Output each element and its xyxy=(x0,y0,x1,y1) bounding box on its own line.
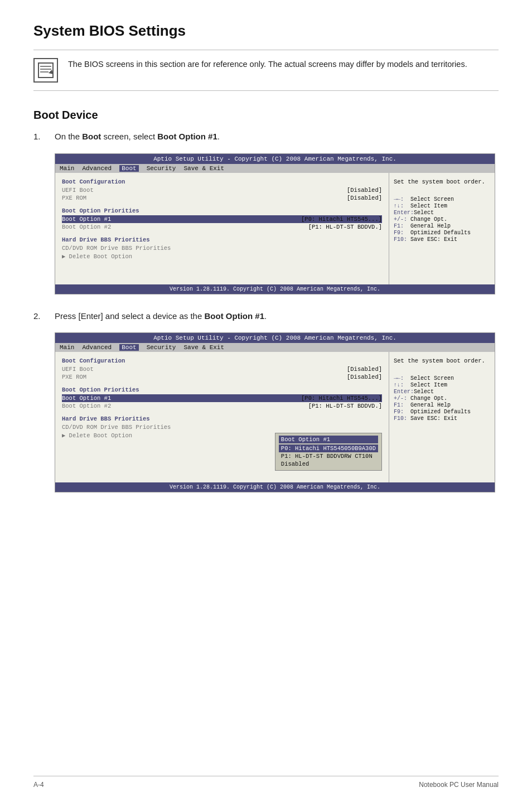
bios-group-label-priority-1: Boot Option Priorities xyxy=(62,207,382,214)
bios-sidebar-help-2: Set the system boot order. xyxy=(394,357,490,364)
bios-popup-item-0[interactable]: P0: Hitachi HTS545050B9A30D xyxy=(279,445,378,452)
bios-row-delete-2[interactable]: ▶ Delete Boot Option Boot Option #1 P0: … xyxy=(62,431,382,471)
bios-menu-advanced-1[interactable]: Advanced xyxy=(82,165,112,172)
bios-menu-boot-1[interactable]: Boot xyxy=(119,165,138,172)
bios-key-enter-1: Enter: Select xyxy=(394,210,490,216)
bios-body-1: Boot Configuration UEFI Boot [Disabled] … xyxy=(55,173,495,284)
bios-menu-save-2[interactable]: Save & Exit xyxy=(183,344,224,351)
bios-row-cdvd-2[interactable]: CD/DVD ROM Drive BBS Priorities xyxy=(62,423,382,431)
bios-row-boot-opt2-1[interactable]: Boot Option #2 [P1: HL-DT-ST BDDVD.] xyxy=(62,223,382,231)
bios-menu-boot-2[interactable]: Boot xyxy=(119,344,138,351)
bios-menu-main-1[interactable]: Main xyxy=(60,165,74,172)
note-text: The BIOS screens in this section are for… xyxy=(68,58,467,70)
bios-key-f10-1: F10: Save ESC: Exit xyxy=(394,236,490,243)
bios-screen-1: Aptio Setup Utility - Copyright (C) 2008… xyxy=(55,153,495,294)
bios-key-select-item-1: ↑↓: Select Item xyxy=(394,203,490,209)
svg-marker-4 xyxy=(49,70,53,74)
page-footer: A-4 Notebook PC User Manual xyxy=(33,776,499,789)
bios-body-2: Boot Configuration UEFI Boot [Disabled] … xyxy=(55,352,495,482)
bios-row-uefi-2[interactable]: UEFI Boot [Disabled] xyxy=(62,365,382,373)
bios-group-boot-priority-1: Boot Option Priorities Boot Option #1 [P… xyxy=(62,207,382,231)
bios-main-2: Boot Configuration UEFI Boot [Disabled] … xyxy=(55,352,389,482)
bios-key-f9-2: F9: Optimized Defaults xyxy=(394,409,490,415)
bios-menu-advanced-2[interactable]: Advanced xyxy=(82,344,112,351)
bios-group-boot-priority-2: Boot Option Priorities Boot Option #1 [P… xyxy=(62,386,382,410)
bios-key-enter-2: Enter: Select xyxy=(394,389,490,395)
bios-group-label-hdd-1: Hard Drive BBS Priorities xyxy=(62,236,382,243)
bios-group-boot-config-1: Boot Configuration UEFI Boot [Disabled] … xyxy=(62,178,382,202)
bios-footer-1: Version 1.28.1119. Copyright (C) 2008 Am… xyxy=(55,284,495,294)
page-title: System BIOS Settings xyxy=(33,22,499,40)
step-1-text: On the Boot screen, select Boot Option #… xyxy=(55,131,499,143)
bios-key-f9-1: F9: Optimized Defaults xyxy=(394,230,490,236)
step-2-text: Press [Enter] and select a device as the… xyxy=(55,310,499,323)
bios-group-boot-config-2: Boot Configuration UEFI Boot [Disabled] … xyxy=(62,357,382,381)
bios-sidebar-help-1: Set the system boot order. xyxy=(394,178,490,185)
bios-menu-security-1[interactable]: Security xyxy=(147,165,176,172)
bios-sidebar-2: Set the system boot order. →←: Select Sc… xyxy=(389,352,495,482)
bios-key-select-item-2: ↑↓: Select Item xyxy=(394,382,490,388)
footer-left: A-4 xyxy=(33,781,44,789)
section-title: Boot Device xyxy=(33,109,499,122)
bios-key-select-screen-1: →←: Select Screen xyxy=(394,196,490,202)
svg-rect-0 xyxy=(38,63,53,78)
bios-menu-main-2[interactable]: Main xyxy=(60,344,74,351)
bios-key-change-2: +/-: Change Opt. xyxy=(394,395,490,402)
step-2-number: 2. xyxy=(33,310,55,321)
bios-footer-2: Version 1.28.1119. Copyright (C) 2008 Am… xyxy=(55,482,495,492)
bios-title-bar-2: Aptio Setup Utility - Copyright (C) 2008… xyxy=(55,333,495,343)
bios-key-select-screen-2: →←: Select Screen xyxy=(394,375,490,381)
footer-right: Notebook PC User Manual xyxy=(419,781,499,789)
bios-group-label-boot-config-2: Boot Configuration xyxy=(62,357,382,364)
bios-row-pxe-1[interactable]: PXE ROM [Disabled] xyxy=(62,194,382,202)
bios-row-boot-opt1-2[interactable]: Boot Option #1 [P0: Hitachi HTS545...] xyxy=(62,394,382,402)
bios-menu-bar-2: Main Advanced Boot Security Save & Exit xyxy=(55,343,495,352)
bios-popup-item-1[interactable]: P1: HL-DT-ST BDDVDRW CT10N xyxy=(279,452,378,460)
note-box: The BIOS screens in this section are for… xyxy=(33,50,499,91)
step-1: 1. On the Boot screen, select Boot Optio… xyxy=(33,131,499,143)
bios-group-label-boot-config-1: Boot Configuration xyxy=(62,178,382,185)
bios-title-bar-1: Aptio Setup Utility - Copyright (C) 2008… xyxy=(55,154,495,164)
bios-row-boot-opt1-1[interactable]: Boot Option #1 [P0: Hitachi HTS545...] xyxy=(62,215,382,223)
bios-key-f10-2: F10: Save ESC: Exit xyxy=(394,416,490,422)
bios-row-cdvd-1[interactable]: CD/DVD ROM Drive BBS Priorities xyxy=(62,244,382,252)
bios-row-boot-opt2-2[interactable]: Boot Option #2 [P1: HL-DT-ST BDDVD.] xyxy=(62,402,382,410)
bios-key-f1-1: F1: General Help xyxy=(394,223,490,229)
step-1-number: 1. xyxy=(33,131,55,141)
bios-group-label-hdd-2: Hard Drive BBS Priorities xyxy=(62,416,382,422)
bios-menu-save-1[interactable]: Save & Exit xyxy=(183,165,224,172)
bios-row-pxe-2[interactable]: PXE ROM [Disabled] xyxy=(62,373,382,381)
bios-screen-2: Aptio Setup Utility - Copyright (C) 2008… xyxy=(55,332,495,492)
bios-key-change-1: +/-: Change Opt. xyxy=(394,216,490,223)
bios-group-hdd-bbs-1: Hard Drive BBS Priorities CD/DVD ROM Dri… xyxy=(62,236,382,260)
note-icon xyxy=(33,58,58,83)
bios-row-delete-1[interactable]: ▶ Delete Boot Option xyxy=(62,252,382,260)
bios-key-f1-2: F1: General Help xyxy=(394,402,490,408)
bios-sidebar-1: Set the system boot order. →←: Select Sc… xyxy=(389,173,495,284)
bios-row-uefi-1[interactable]: UEFI Boot [Disabled] xyxy=(62,186,382,194)
bios-main-1: Boot Configuration UEFI Boot [Disabled] … xyxy=(55,173,389,284)
bios-group-hdd-bbs-2: Hard Drive BBS Priorities CD/DVD ROM Dri… xyxy=(62,416,382,471)
bios-menu-bar-1: Main Advanced Boot Security Save & Exit xyxy=(55,164,495,173)
bios-group-label-priority-2: Boot Option Priorities xyxy=(62,386,382,393)
bios-popup-title: Boot Option #1 xyxy=(279,436,378,443)
step-2: 2. Press [Enter] and select a device as … xyxy=(33,310,499,323)
bios-popup: Boot Option #1 P0: Hitachi HTS545050B9A3… xyxy=(275,433,382,471)
bios-popup-item-2[interactable]: Disabled xyxy=(279,460,378,468)
bios-menu-security-2[interactable]: Security xyxy=(147,344,176,351)
